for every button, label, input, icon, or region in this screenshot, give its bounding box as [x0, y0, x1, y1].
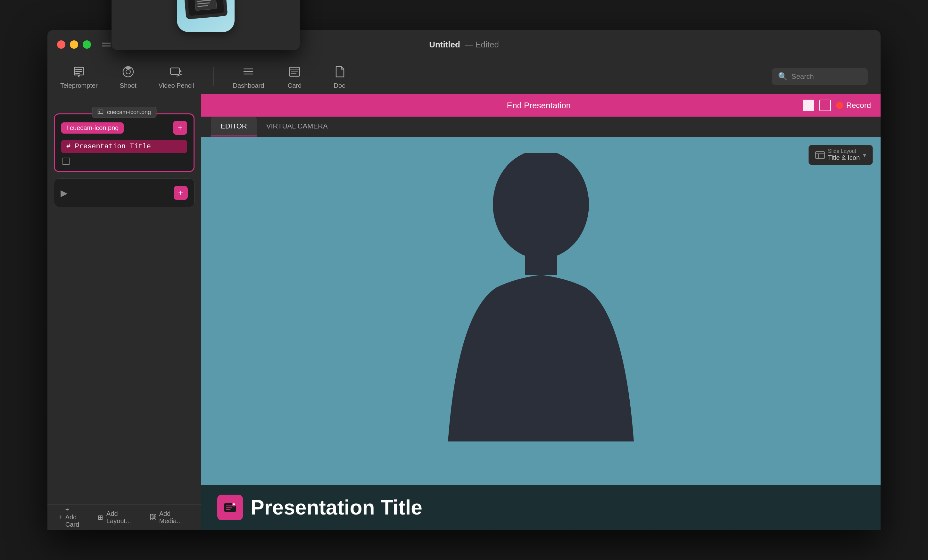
svg-rect-11: [126, 67, 131, 69]
record-button[interactable]: Record: [836, 101, 871, 110]
card-image-chip: cuecam-icon.png: [92, 107, 156, 118]
empty-card[interactable]: ▶ +: [54, 179, 194, 207]
play-icon: ▶: [61, 188, 68, 198]
popup-arrow: [199, 36, 212, 44]
doc-icon: [331, 63, 348, 80]
edited-badge: — Edited: [465, 40, 499, 50]
card-add-button[interactable]: +: [173, 121, 187, 135]
slide-layout-label: Slide Layout Title & Icon: [828, 148, 860, 162]
toolbar-teleprompter[interactable]: Teleprompter: [60, 63, 98, 89]
record-label: Record: [846, 101, 871, 110]
toolbar-video-pencil[interactable]: Video Pencil: [159, 63, 194, 89]
preview-area: Slide Layout Title & Icon ▾: [201, 137, 881, 530]
add-icon: +: [177, 123, 183, 133]
pres-button-outline[interactable]: [820, 100, 831, 111]
record-dot-icon: [836, 102, 843, 109]
svg-rect-12: [171, 68, 179, 74]
content-area: End Presentation Record EDITOR VIRTUAL C…: [201, 94, 881, 530]
slide-title-bar: Presentation Title: [201, 485, 881, 530]
svg-point-24: [98, 111, 100, 112]
slide-title: Presentation Title: [250, 496, 422, 519]
search-icon: 🔍: [778, 72, 788, 81]
add-media-button[interactable]: 🖼 Add Media...: [145, 507, 186, 528]
traffic-lights: [57, 40, 91, 49]
presentation-bar-title: End Presentation: [275, 101, 803, 110]
add-layout-label: Add Layout...: [106, 510, 131, 525]
sidebar: cuecam-icon.png ! cuecam-icon.png + # Pr…: [47, 94, 201, 504]
shoot-icon: [120, 63, 136, 80]
svg-point-26: [493, 153, 589, 259]
add-layout-icon: ⊞: [98, 514, 103, 521]
card-image-name: cuecam-icon.png: [107, 109, 151, 116]
maximize-button[interactable]: [83, 40, 91, 49]
teleprompter-icon: [70, 63, 87, 80]
card-title-text: ! cuecam-icon.png: [66, 124, 119, 132]
main-body: cuecam-icon.png ! cuecam-icon.png + # Pr…: [47, 94, 881, 530]
search-box[interactable]: 🔍 Search: [772, 68, 868, 85]
card-checkbox[interactable]: [63, 158, 70, 165]
app-icon-image: [177, 0, 235, 32]
window-title-area: Untitled — Edited: [429, 40, 499, 50]
shoot-label: Shoot: [120, 82, 136, 89]
presentation-controls: Record: [803, 100, 871, 111]
toolbar-dashboard[interactable]: Dashboard: [233, 63, 264, 89]
editor-tabs: EDITOR VIRTUAL CAMERA: [201, 117, 881, 137]
add-card-label: + Add Card: [66, 506, 79, 528]
svg-point-10: [126, 70, 130, 74]
dashboard-icon: [240, 63, 257, 80]
pres-button-white[interactable]: [803, 100, 814, 111]
search-placeholder: Search: [792, 72, 814, 81]
teleprompter-label: Teleprompter: [60, 82, 98, 89]
dashboard-label: Dashboard: [233, 82, 264, 89]
image-popup: Replace... Move to background Remove: [111, 0, 300, 50]
card-heading-chip: # Presentation Title: [61, 140, 187, 153]
window-title: Untitled: [429, 40, 460, 50]
card-label: Card: [288, 82, 302, 89]
toolbar-shoot[interactable]: Shoot: [114, 63, 143, 89]
sidebar-wrapper: cuecam-icon.png ! cuecam-icon.png + # Pr…: [47, 94, 201, 530]
svg-marker-13: [179, 70, 182, 72]
svg-rect-27: [525, 249, 557, 275]
svg-rect-28: [815, 151, 824, 159]
card-header: ! cuecam-icon.png +: [61, 121, 187, 135]
add-icon-2: +: [178, 188, 183, 198]
card-title-chip: ! cuecam-icon.png: [61, 122, 124, 134]
mac-window: Replace... Move to background Remove: [47, 30, 881, 530]
person-silhouette: [432, 153, 650, 441]
video-pencil-label: Video Pencil: [159, 82, 194, 89]
bottom-toolbar: + + Add Card ⊞ Add Layout... 🖼 Add Media…: [47, 504, 201, 530]
toolbar-doc[interactable]: Doc: [325, 63, 354, 89]
sidebar-toggle[interactable]: [101, 40, 112, 49]
toggle-line: [102, 43, 111, 44]
svg-marker-25: [98, 112, 103, 114]
app-icon-card: [184, 0, 227, 19]
presentation-bar: End Presentation Record: [201, 94, 881, 117]
close-button[interactable]: [57, 40, 66, 49]
toolbar-card[interactable]: Card: [280, 63, 309, 89]
svg-line-15: [177, 76, 178, 76]
tab-virtual-camera[interactable]: VIRTUAL CAMERA: [257, 117, 337, 136]
card-content: # Presentation Title: [61, 140, 187, 165]
add-media-label: Add Media...: [159, 510, 182, 525]
toggle-line: [102, 46, 111, 46]
slide-icon-box: [217, 494, 243, 520]
empty-card-add-button[interactable]: +: [174, 186, 188, 200]
card-icon: [286, 63, 303, 80]
chevron-down-icon: ▾: [863, 151, 866, 159]
toolbar: Teleprompter Shoot Video: [47, 59, 881, 94]
add-card-button[interactable]: + + Add Card: [54, 503, 84, 531]
add-layout-button[interactable]: ⊞ Add Layout...: [93, 507, 136, 528]
slide-layout-icon: [815, 151, 825, 159]
svg-point-36: [233, 503, 235, 505]
add-media-icon: 🖼: [150, 514, 156, 521]
app-icon-inner: [187, 0, 224, 16]
add-card-icon: +: [58, 514, 62, 521]
app-icon-svg: [194, 0, 218, 11]
doc-label: Doc: [334, 82, 345, 89]
card-heading-text: # Presentation Title: [66, 143, 151, 151]
card-item: cuecam-icon.png ! cuecam-icon.png + # Pr…: [54, 113, 194, 172]
slide-layout-button[interactable]: Slide Layout Title & Icon ▾: [809, 145, 873, 165]
tab-editor[interactable]: EDITOR: [211, 117, 257, 136]
minimize-button[interactable]: [70, 40, 78, 49]
video-pencil-icon: [168, 63, 185, 80]
